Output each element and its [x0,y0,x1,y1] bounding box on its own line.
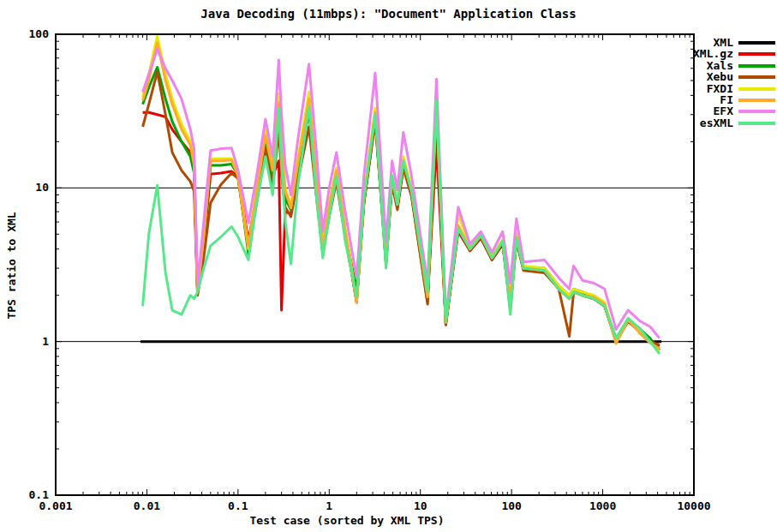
legend-line-Xebu [738,75,775,79]
series-line-esXML [143,100,660,354]
series-line-FI [143,43,660,349]
legend-line-FI [738,99,775,102]
y-tick-label-10: 10 [0,181,49,194]
x-tick-label-10: 10 [386,499,455,512]
series-line-Xals [143,68,660,350]
chart-container: Java Decoding (11mbps): "Document" Appli… [0,0,777,532]
x-tick-label-1: 1 [295,499,363,512]
x-tick-label-10000: 10000 [660,499,728,512]
series-line-FXDI [143,36,660,351]
y-tick-label-1: 1 [0,335,49,348]
x-axis-label: Test case (sorted by XML TPS) [0,514,694,527]
legend-line-XML [738,41,775,45]
x-tick-label-1000: 1000 [569,499,637,512]
legend-line-FXDI [738,87,775,91]
x-tick-label-100: 100 [477,499,546,512]
x-tick-label-0.01: 0.01 [112,499,181,512]
legend-line-EFX [738,110,775,113]
x-tick-label-0.001: 0.001 [21,499,90,512]
y-tick-label-100: 100 [0,27,49,40]
legend-label-esXML: esXML [631,117,733,129]
x-tick-label-0.1: 0.1 [204,499,272,512]
plot-border [56,34,694,495]
legend-line-esXML [738,122,775,125]
y-axis-label: TPS ratio to XML [5,212,18,319]
chart-title: Java Decoding (11mbps): "Document" Appli… [0,7,777,21]
series-line-Xebu [143,72,660,345]
legend-line-XML.gz [738,52,775,56]
legend-line-Xals [738,64,775,68]
